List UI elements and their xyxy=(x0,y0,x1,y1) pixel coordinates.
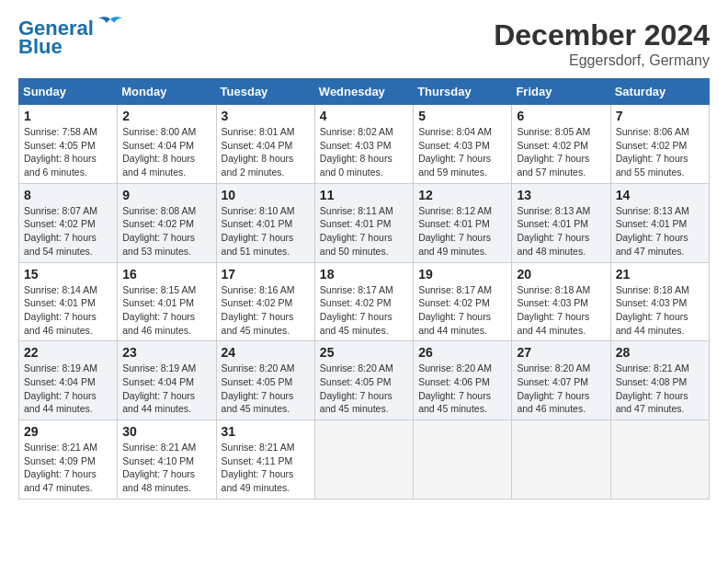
day-detail: Sunrise: 8:19 AMSunset: 4:04 PMDaylight:… xyxy=(122,362,196,414)
day-number: 27 xyxy=(517,345,605,360)
day-cell: 11Sunrise: 8:11 AMSunset: 4:01 PMDayligh… xyxy=(314,183,413,262)
day-cell: 15Sunrise: 8:14 AMSunset: 4:01 PMDayligh… xyxy=(19,262,118,341)
day-cell: 23Sunrise: 8:19 AMSunset: 4:04 PMDayligh… xyxy=(118,341,216,420)
day-number: 20 xyxy=(517,267,605,282)
weekday-header-row: SundayMondayTuesdayWednesdayThursdayFrid… xyxy=(19,79,710,105)
day-detail: Sunrise: 8:18 AMSunset: 4:03 PMDaylight:… xyxy=(517,284,590,336)
day-number: 9 xyxy=(122,188,210,202)
day-cell: 22Sunrise: 8:19 AMSunset: 4:04 PMDayligh… xyxy=(19,341,118,420)
day-detail: Sunrise: 8:18 AMSunset: 4:03 PMDaylight:… xyxy=(616,284,689,336)
day-detail: Sunrise: 8:10 AMSunset: 4:01 PMDaylight:… xyxy=(222,205,295,257)
logo-bird-icon xyxy=(97,16,123,36)
day-cell: 13Sunrise: 8:13 AMSunset: 4:01 PMDayligh… xyxy=(512,183,610,262)
day-number: 26 xyxy=(418,345,506,360)
day-number: 5 xyxy=(418,109,506,123)
week-row-2: 8Sunrise: 8:07 AMSunset: 4:02 PMDaylight… xyxy=(19,183,710,262)
day-number: 14 xyxy=(616,188,704,202)
day-number: 16 xyxy=(122,267,210,282)
header-wednesday: Wednesday xyxy=(314,79,413,105)
day-cell: 1Sunrise: 7:58 AMSunset: 4:05 PMDaylight… xyxy=(19,105,118,184)
day-number: 3 xyxy=(222,109,310,123)
day-detail: Sunrise: 8:20 AMSunset: 4:05 PMDaylight:… xyxy=(222,362,295,414)
day-detail: Sunrise: 8:13 AMSunset: 4:01 PMDaylight:… xyxy=(616,205,689,257)
day-detail: Sunrise: 8:20 AMSunset: 4:06 PMDaylight:… xyxy=(418,362,492,414)
day-cell: 27Sunrise: 8:20 AMSunset: 4:07 PMDayligh… xyxy=(512,341,610,420)
day-number: 17 xyxy=(222,267,310,282)
day-detail: Sunrise: 8:17 AMSunset: 4:02 PMDaylight:… xyxy=(418,284,492,336)
day-cell: 6Sunrise: 8:05 AMSunset: 4:02 PMDaylight… xyxy=(512,105,610,184)
day-cell: 29Sunrise: 8:21 AMSunset: 4:09 PMDayligh… xyxy=(19,420,118,500)
day-cell xyxy=(610,420,709,500)
day-detail: Sunrise: 8:02 AMSunset: 4:03 PMDaylight:… xyxy=(320,126,393,178)
day-detail: Sunrise: 8:21 AMSunset: 4:08 PMDaylight:… xyxy=(616,362,689,414)
day-cell: 16Sunrise: 8:15 AMSunset: 4:01 PMDayligh… xyxy=(118,262,216,341)
day-detail: Sunrise: 8:00 AMSunset: 4:04 PMDaylight:… xyxy=(122,126,196,178)
header-monday: Monday xyxy=(118,79,216,105)
header-tuesday: Tuesday xyxy=(216,79,314,105)
location: Eggersdorf, Germany xyxy=(494,52,710,69)
day-number: 28 xyxy=(616,345,704,360)
day-number: 11 xyxy=(320,188,408,202)
day-number: 24 xyxy=(222,345,310,360)
day-cell xyxy=(512,420,610,500)
day-cell: 20Sunrise: 8:18 AMSunset: 4:03 PMDayligh… xyxy=(512,262,610,341)
day-detail: Sunrise: 8:20 AMSunset: 4:05 PMDaylight:… xyxy=(320,362,393,414)
day-number: 2 xyxy=(122,109,210,123)
month-year: December 2024 xyxy=(494,18,710,52)
day-cell: 28Sunrise: 8:21 AMSunset: 4:08 PMDayligh… xyxy=(610,341,709,420)
day-cell: 9Sunrise: 8:08 AMSunset: 4:02 PMDaylight… xyxy=(118,183,216,262)
day-detail: Sunrise: 8:12 AMSunset: 4:01 PMDaylight:… xyxy=(418,205,492,257)
week-row-4: 22Sunrise: 8:19 AMSunset: 4:04 PMDayligh… xyxy=(19,341,710,420)
day-detail: Sunrise: 8:16 AMSunset: 4:02 PMDaylight:… xyxy=(222,284,295,336)
day-detail: Sunrise: 8:19 AMSunset: 4:04 PMDaylight:… xyxy=(24,362,97,414)
day-number: 10 xyxy=(222,188,310,202)
day-cell: 19Sunrise: 8:17 AMSunset: 4:02 PMDayligh… xyxy=(414,262,512,341)
day-number: 18 xyxy=(320,267,408,282)
header-sunday: Sunday xyxy=(19,79,118,105)
day-cell: 18Sunrise: 8:17 AMSunset: 4:02 PMDayligh… xyxy=(314,262,413,341)
header-saturday: Saturday xyxy=(610,79,709,105)
day-cell: 7Sunrise: 8:06 AMSunset: 4:02 PMDaylight… xyxy=(610,105,709,184)
day-cell: 5Sunrise: 8:04 AMSunset: 4:03 PMDaylight… xyxy=(414,105,512,184)
day-number: 1 xyxy=(24,109,112,123)
day-detail: Sunrise: 8:07 AMSunset: 4:02 PMDaylight:… xyxy=(24,205,97,257)
day-number: 19 xyxy=(418,267,506,282)
day-cell: 25Sunrise: 8:20 AMSunset: 4:05 PMDayligh… xyxy=(314,341,413,420)
day-detail: Sunrise: 8:13 AMSunset: 4:01 PMDaylight:… xyxy=(517,205,590,257)
day-detail: Sunrise: 8:05 AMSunset: 4:02 PMDaylight:… xyxy=(517,126,590,178)
header: General Blue December 2024 Eggersdorf, G… xyxy=(18,18,710,69)
day-detail: Sunrise: 8:06 AMSunset: 4:02 PMDaylight:… xyxy=(616,126,689,178)
day-detail: Sunrise: 8:21 AMSunset: 4:11 PMDaylight:… xyxy=(222,442,295,493)
day-number: 4 xyxy=(320,109,408,123)
day-cell: 14Sunrise: 8:13 AMSunset: 4:01 PMDayligh… xyxy=(610,183,709,262)
day-cell: 10Sunrise: 8:10 AMSunset: 4:01 PMDayligh… xyxy=(216,183,314,262)
day-cell: 21Sunrise: 8:18 AMSunset: 4:03 PMDayligh… xyxy=(610,262,709,341)
day-detail: Sunrise: 7:58 AMSunset: 4:05 PMDaylight:… xyxy=(24,126,97,178)
day-cell: 17Sunrise: 8:16 AMSunset: 4:02 PMDayligh… xyxy=(216,262,314,341)
day-cell: 3Sunrise: 8:01 AMSunset: 4:04 PMDaylight… xyxy=(216,105,314,184)
week-row-1: 1Sunrise: 7:58 AMSunset: 4:05 PMDaylight… xyxy=(19,105,710,184)
day-cell: 26Sunrise: 8:20 AMSunset: 4:06 PMDayligh… xyxy=(414,341,512,420)
day-detail: Sunrise: 8:20 AMSunset: 4:07 PMDaylight:… xyxy=(517,362,590,414)
day-cell: 4Sunrise: 8:02 AMSunset: 4:03 PMDaylight… xyxy=(314,105,413,184)
calendar: SundayMondayTuesdayWednesdayThursdayFrid… xyxy=(18,78,710,500)
day-number: 31 xyxy=(222,424,310,439)
day-number: 12 xyxy=(418,188,506,202)
day-number: 7 xyxy=(616,109,704,123)
week-row-5: 29Sunrise: 8:21 AMSunset: 4:09 PMDayligh… xyxy=(19,420,710,500)
day-detail: Sunrise: 8:11 AMSunset: 4:01 PMDaylight:… xyxy=(320,205,393,257)
day-number: 29 xyxy=(24,424,112,439)
day-number: 6 xyxy=(517,109,605,123)
day-detail: Sunrise: 8:17 AMSunset: 4:02 PMDaylight:… xyxy=(320,284,393,336)
day-detail: Sunrise: 8:01 AMSunset: 4:04 PMDaylight:… xyxy=(222,126,295,178)
day-detail: Sunrise: 8:21 AMSunset: 4:09 PMDaylight:… xyxy=(24,442,97,493)
day-detail: Sunrise: 8:15 AMSunset: 4:01 PMDaylight:… xyxy=(122,284,196,336)
day-cell: 8Sunrise: 8:07 AMSunset: 4:02 PMDaylight… xyxy=(19,183,118,262)
day-number: 23 xyxy=(122,345,210,360)
title-block: December 2024 Eggersdorf, Germany xyxy=(494,18,710,69)
day-number: 13 xyxy=(517,188,605,202)
logo-blue: Blue xyxy=(18,35,63,59)
header-friday: Friday xyxy=(512,79,610,105)
day-number: 22 xyxy=(24,345,112,360)
day-cell: 31Sunrise: 8:21 AMSunset: 4:11 PMDayligh… xyxy=(216,420,314,500)
